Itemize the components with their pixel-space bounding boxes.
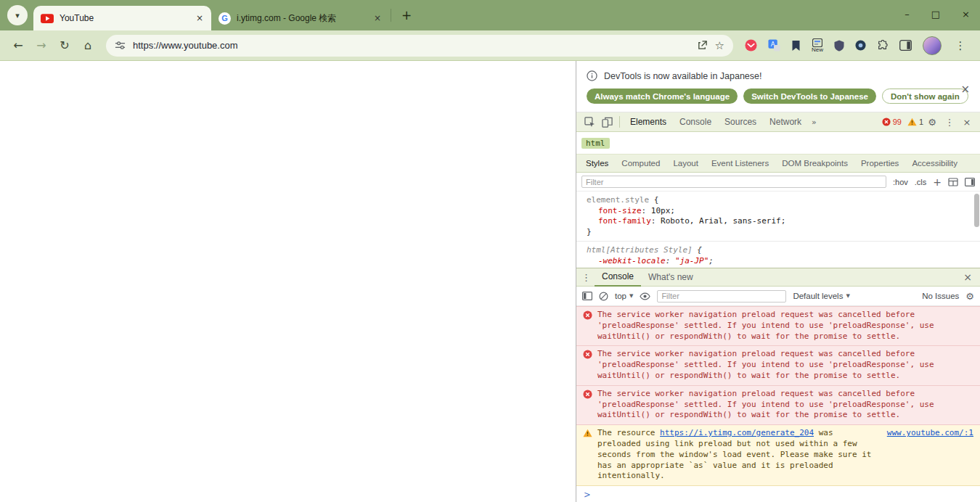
tab-elements[interactable]: Elements [624, 112, 673, 132]
profile-avatar[interactable] [923, 36, 942, 55]
share-icon[interactable] [697, 40, 708, 51]
tab-sources[interactable]: Sources [718, 112, 763, 132]
address-bar[interactable]: https://www.youtube.com ☆ [106, 35, 733, 57]
reload-button[interactable]: ↻ [54, 35, 75, 57]
error-icon [583, 349, 592, 381]
styles-filter-input[interactable] [581, 176, 886, 188]
drawer-close-icon[interactable]: × [960, 271, 975, 283]
youtube-icon [41, 14, 54, 23]
scrollbar-thumb[interactable] [974, 194, 979, 227]
tab-google-search[interactable]: G i.ytimg.com - Google 検索 × [211, 6, 389, 30]
site-info-icon[interactable] [115, 40, 126, 51]
error-count: 99 [893, 118, 902, 126]
css-property[interactable]: font-family [598, 216, 651, 226]
console-filter-input[interactable] [657, 290, 786, 303]
console-warning-message[interactable]: The resource https://i.ytimg.com/generat… [576, 425, 980, 486]
css-punct: ; [709, 256, 714, 266]
resource-link[interactable]: https://i.ytimg.com/generate_204 [660, 428, 814, 437]
tab-console[interactable]: Console [673, 112, 718, 132]
css-value[interactable]: "ja-JP" [675, 256, 709, 266]
device-toolbar-icon[interactable] [598, 117, 616, 128]
console-messages: The service worker navigation preload re… [576, 306, 980, 502]
console-error-message[interactable]: The service worker navigation preload re… [576, 346, 980, 385]
privacy-badge-icon[interactable] [855, 40, 866, 51]
class-toggle[interactable]: .cls [915, 178, 927, 186]
browser-menu-icon[interactable]: ⋮ [952, 39, 968, 52]
tab-properties[interactable]: Properties [854, 159, 905, 168]
tab-divider [391, 9, 391, 22]
more-tabs-icon[interactable]: » [808, 118, 820, 127]
css-property[interactable]: font-size [598, 206, 642, 215]
drawer-menu-icon[interactable]: ⋮ [581, 272, 595, 283]
tab-layout[interactable]: Layout [666, 159, 705, 168]
warning-count-badge[interactable]: 1 [907, 118, 923, 126]
dom-node-html[interactable]: html [581, 138, 610, 149]
sidebar-toggle-icon[interactable] [965, 178, 975, 186]
devtools-close-icon[interactable]: × [958, 117, 976, 128]
console-prompt[interactable]: > [576, 486, 980, 502]
console-error-message[interactable]: The service worker navigation preload re… [576, 306, 980, 346]
google-icon: G [219, 12, 231, 25]
home-button[interactable]: ⌂ [77, 35, 99, 57]
no-issues-label[interactable]: No Issues [922, 292, 959, 300]
window-close-button[interactable]: × [962, 9, 970, 20]
tab-youtube[interactable]: YouTube × [33, 6, 211, 30]
rule-divider [576, 241, 980, 242]
forward-button[interactable]: → [30, 35, 52, 57]
maximize-button[interactable]: □ [931, 9, 940, 20]
settings-gear-icon[interactable]: ⚙ [923, 117, 941, 128]
url-text[interactable]: https://www.youtube.com [133, 40, 690, 51]
css-punct: { [693, 245, 702, 255]
bookmark-flag-icon[interactable] [791, 40, 801, 52]
error-text: The service worker navigation preload re… [597, 389, 973, 421]
back-button[interactable]: ← [7, 35, 29, 57]
live-expression-eye-icon[interactable] [640, 292, 650, 300]
console-settings-gear-icon[interactable]: ⚙ [965, 291, 974, 302]
console-error-message[interactable]: The service worker navigation preload re… [576, 386, 980, 425]
clear-console-icon[interactable] [599, 292, 608, 301]
tab-close-icon[interactable]: × [194, 12, 205, 24]
switch-japanese-button[interactable]: Switch DevTools to Japanese [743, 89, 876, 104]
css-punct: { [649, 195, 658, 205]
extensions-puzzle-icon[interactable] [877, 40, 889, 52]
banner-close-icon[interactable]: × [960, 83, 970, 96]
computed-styles-icon[interactable] [948, 178, 958, 186]
translate-icon[interactable]: A [768, 39, 780, 52]
css-value[interactable]: Roboto, Arial, sans-serif [661, 216, 781, 226]
devtools-menu-icon[interactable]: ⋮ [941, 117, 958, 128]
new-tab-button[interactable]: + [397, 6, 416, 25]
tab-network[interactable]: Network [763, 112, 808, 132]
css-rule-attributes-style[interactable]: html[Attributes Style] { -webkit-locale:… [576, 245, 980, 266]
drawer-tab-console[interactable]: Console [595, 268, 641, 287]
tab-dom-breakpoints[interactable]: DOM Breakpoints [775, 159, 854, 168]
tab-accessibility[interactable]: Accessibility [905, 159, 964, 168]
error-count-badge[interactable]: 99 [882, 118, 902, 126]
tab-title: i.ytimg.com - Google 検索 [237, 12, 366, 25]
new-style-rule-icon[interactable]: + [933, 176, 942, 188]
tab-computed[interactable]: Computed [615, 159, 666, 168]
hover-state-toggle[interactable]: :hov [893, 178, 908, 186]
side-panel-icon[interactable] [899, 40, 912, 51]
match-language-button[interactable]: Always match Chrome's language [587, 89, 738, 104]
context-selector[interactable]: top ▼ [615, 292, 633, 300]
shield-icon[interactable] [834, 40, 844, 52]
bookmark-star-icon[interactable]: ☆ [715, 39, 724, 52]
css-property[interactable]: -webkit-locale [598, 256, 666, 266]
log-levels-dropdown[interactable]: Default levels ▼ [793, 292, 849, 300]
minimize-button[interactable]: – [905, 9, 910, 20]
tab-styles[interactable]: Styles [579, 159, 615, 168]
tab-search-button[interactable]: ▾ [7, 5, 28, 25]
console-sidebar-icon[interactable] [582, 292, 592, 300]
css-rule-element-style[interactable]: element.style { font-size: 10px; font-fa… [576, 195, 980, 237]
dont-show-again-button[interactable]: Don't show again [882, 89, 968, 104]
styles-scrollbar[interactable] [974, 194, 979, 265]
drawer-tab-whats-new[interactable]: What's new [641, 268, 701, 286]
tab-event-listeners[interactable]: Event Listeners [705, 159, 775, 168]
css-value[interactable]: 10px [651, 206, 671, 215]
pocket-icon[interactable] [745, 39, 757, 52]
source-location-link[interactable]: www.youtube.com/:1 [887, 428, 973, 482]
devtools-panel: DevTools is now available in Japanese! A… [576, 61, 980, 502]
extension-new-icon[interactable]: New [812, 38, 823, 53]
tab-close-icon[interactable]: × [372, 12, 383, 24]
inspect-element-icon[interactable] [581, 117, 598, 128]
